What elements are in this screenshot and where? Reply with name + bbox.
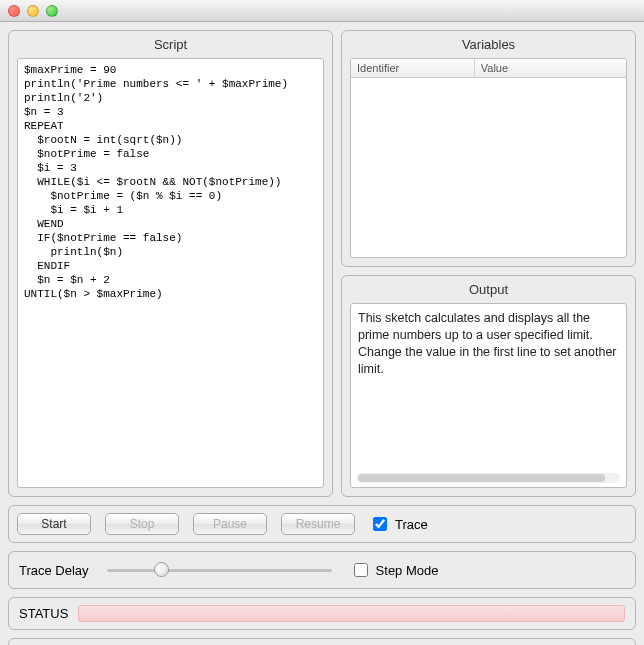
slider-track — [107, 569, 332, 572]
variables-header: Identifier Value — [351, 59, 626, 78]
trace-checkbox[interactable] — [373, 517, 387, 531]
stop-button[interactable]: Stop — [105, 513, 179, 535]
output-scrollbar-thumb[interactable] — [358, 474, 605, 482]
trace-checkbox-wrap[interactable]: Trace — [369, 514, 428, 534]
pause-button[interactable]: Pause — [193, 513, 267, 535]
window-content: Script $maxPrime = 90 println('Prime num… — [0, 22, 644, 645]
right-column: Variables Identifier Value Output This s… — [341, 30, 636, 497]
run-controls: Start Stop Pause Resume Trace — [8, 505, 636, 543]
trace-delay-row: Trace Delay Step Mode — [8, 551, 636, 589]
variables-col-identifier[interactable]: Identifier — [351, 59, 475, 77]
variables-table[interactable]: Identifier Value — [350, 58, 627, 258]
trace-delay-label: Trace Delay — [19, 563, 89, 578]
minimize-icon[interactable] — [27, 5, 39, 17]
script-editor[interactable]: $maxPrime = 90 println('Prime numbers <=… — [17, 58, 324, 488]
output-text: This sketch calculates and displays all … — [358, 311, 617, 376]
resume-button[interactable]: Resume — [281, 513, 355, 535]
examples-row: Solve Quadratic Formula Fibonacci Series… — [8, 638, 636, 645]
output-textarea[interactable]: This sketch calculates and displays all … — [350, 303, 627, 488]
start-button[interactable]: Start — [17, 513, 91, 535]
zoom-icon[interactable] — [46, 5, 58, 17]
script-panel-title: Script — [17, 37, 324, 52]
output-panel-title: Output — [350, 282, 627, 297]
status-row: STATUS — [8, 597, 636, 630]
window-titlebar — [0, 0, 644, 22]
step-mode-label: Step Mode — [376, 563, 439, 578]
trace-delay-slider[interactable] — [107, 561, 332, 579]
step-mode-checkbox-wrap[interactable]: Step Mode — [350, 560, 439, 580]
trace-checkbox-label: Trace — [395, 517, 428, 532]
status-label: STATUS — [19, 606, 68, 621]
variables-col-value[interactable]: Value — [475, 59, 626, 77]
window-traffic-lights — [8, 5, 58, 17]
script-panel: Script $maxPrime = 90 println('Prime num… — [8, 30, 333, 497]
variables-panel-title: Variables — [350, 37, 627, 52]
step-mode-checkbox[interactable] — [354, 563, 368, 577]
close-icon[interactable] — [8, 5, 20, 17]
status-bar — [78, 605, 625, 622]
slider-thumb[interactable] — [154, 562, 169, 577]
top-panels: Script $maxPrime = 90 println('Prime num… — [8, 30, 636, 497]
output-panel: Output This sketch calculates and displa… — [341, 275, 636, 497]
output-scrollbar[interactable] — [357, 473, 620, 483]
variables-panel: Variables Identifier Value — [341, 30, 636, 267]
